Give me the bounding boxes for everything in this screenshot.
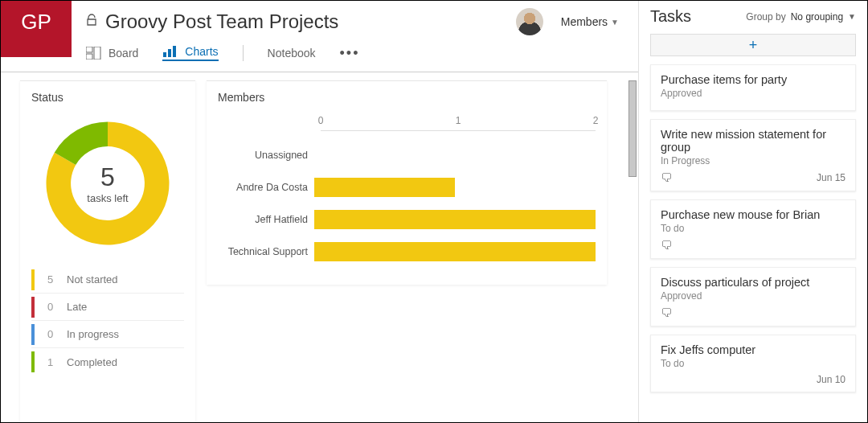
- comment-icon: 🗨: [661, 239, 672, 252]
- legend-label: In progress: [67, 328, 119, 340]
- bar-label: Technical Support: [218, 246, 314, 257]
- svg-rect-0: [86, 47, 92, 52]
- status-donut: 5 tasks left: [39, 115, 176, 252]
- bar-fill: [314, 210, 596, 229]
- groupby-dropdown[interactable]: Group by No grouping ▼: [746, 11, 856, 23]
- legend-count: 0: [47, 301, 67, 313]
- more-menu[interactable]: •••: [340, 45, 360, 62]
- task-card[interactable]: Fix Jeffs computerTo doJun 10: [650, 335, 856, 392]
- axis-tick: 1: [456, 115, 461, 126]
- legend-label: Completed: [67, 356, 117, 368]
- tab-charts[interactable]: Charts: [162, 45, 218, 61]
- bar-row: Jeff Hatfield: [218, 203, 596, 236]
- bar-row: Technical Support: [218, 236, 596, 268]
- bar-label: Jeff Hatfield: [218, 214, 314, 225]
- tab-board[interactable]: Board: [86, 47, 138, 60]
- tab-separator: [243, 45, 244, 61]
- task-title: Discuss particulars of project: [661, 276, 845, 289]
- project-title: Groovy Post Team Projects: [105, 10, 516, 33]
- chevron-down-icon: ▼: [848, 12, 856, 21]
- bar-track: [314, 178, 596, 197]
- bar-track: [314, 242, 596, 261]
- tasks-panel-title: Tasks: [650, 7, 691, 26]
- members-card-title: Members: [218, 91, 596, 104]
- legend-label: Late: [67, 301, 87, 313]
- task-status: In Progress: [661, 155, 845, 166]
- content-scrollbar[interactable]: [628, 80, 637, 177]
- tab-notebook-label: Notebook: [268, 47, 316, 60]
- svg-rect-2: [94, 47, 100, 60]
- legend-count: 0: [47, 328, 67, 340]
- legend-row: 5Not started: [31, 266, 184, 294]
- svg-rect-1: [86, 54, 92, 60]
- donut-center-number: 5: [100, 162, 115, 192]
- groupby-value: No grouping: [791, 11, 843, 23]
- legend-swatch: [31, 324, 35, 345]
- task-due: Jun 10: [817, 374, 845, 385]
- members-dropdown-label: Members: [561, 15, 608, 28]
- comment-icon: 🗨: [661, 171, 672, 184]
- members-card: Members 012 UnassignedAndre Da CostaJeff…: [207, 80, 607, 285]
- axis-tick: 0: [318, 115, 324, 126]
- axis-tick: 2: [593, 115, 599, 126]
- bar-fill: [314, 178, 455, 197]
- task-card[interactable]: Discuss particulars of projectApproved🗨: [650, 267, 856, 326]
- svg-rect-3: [163, 52, 166, 57]
- chevron-down-icon: ▼: [611, 18, 619, 27]
- tasks-panel: Tasks Group by No grouping ▼ + Purchase …: [638, 1, 867, 422]
- legend-swatch: [31, 351, 35, 372]
- legend-swatch: [31, 297, 35, 318]
- bar-label: Unassigned: [218, 150, 314, 161]
- task-title: Fix Jeffs computer: [661, 343, 845, 356]
- task-card[interactable]: Write new mission statement for groupIn …: [650, 119, 856, 191]
- add-task-button[interactable]: +: [650, 34, 856, 56]
- legend-row: 1Completed: [31, 348, 184, 376]
- charts-icon: [162, 45, 178, 58]
- legend-count: 1: [47, 356, 67, 368]
- bar-row: Andre Da Costa: [218, 171, 596, 203]
- legend-swatch: [31, 269, 35, 290]
- comment-icon: 🗨: [661, 306, 672, 319]
- members-dropdown[interactable]: Members ▼: [561, 15, 619, 28]
- donut-center-label: tasks left: [87, 192, 128, 204]
- task-status: To do: [661, 223, 845, 234]
- bar-label: Andre Da Costa: [218, 182, 314, 193]
- groupby-label: Group by: [746, 11, 785, 23]
- task-status: Approved: [661, 88, 845, 99]
- task-card[interactable]: Purchase new mouse for BrianTo do🗨: [650, 199, 856, 259]
- bar-track: [314, 146, 596, 165]
- legend-row: 0Late: [31, 294, 184, 321]
- legend-row: 0In progress: [31, 321, 184, 348]
- bar-track: [314, 210, 596, 229]
- svg-rect-4: [168, 49, 171, 57]
- tab-board-label: Board: [108, 47, 138, 60]
- task-due: Jun 15: [817, 172, 845, 183]
- avatar[interactable]: [516, 8, 543, 35]
- bar-row: Unassigned: [218, 139, 596, 171]
- task-card[interactable]: Purchase items for partyApproved: [650, 64, 856, 111]
- lock-icon: [86, 14, 97, 30]
- task-title: Purchase new mouse for Brian: [661, 208, 845, 221]
- task-status: To do: [661, 358, 845, 369]
- status-card: Status 5 tasks left 5Not started0Late0In…: [20, 80, 195, 422]
- board-icon: [86, 47, 102, 60]
- tab-notebook[interactable]: Notebook: [268, 47, 316, 60]
- task-title: Purchase items for party: [661, 73, 845, 86]
- status-card-title: Status: [31, 91, 184, 104]
- tab-charts-label: Charts: [185, 45, 218, 58]
- bar-fill: [314, 242, 596, 261]
- svg-rect-5: [173, 46, 176, 57]
- task-title: Write new mission statement for group: [661, 128, 845, 154]
- task-status: Approved: [661, 290, 845, 302]
- legend-label: Not started: [67, 273, 118, 285]
- legend-count: 5: [47, 273, 67, 285]
